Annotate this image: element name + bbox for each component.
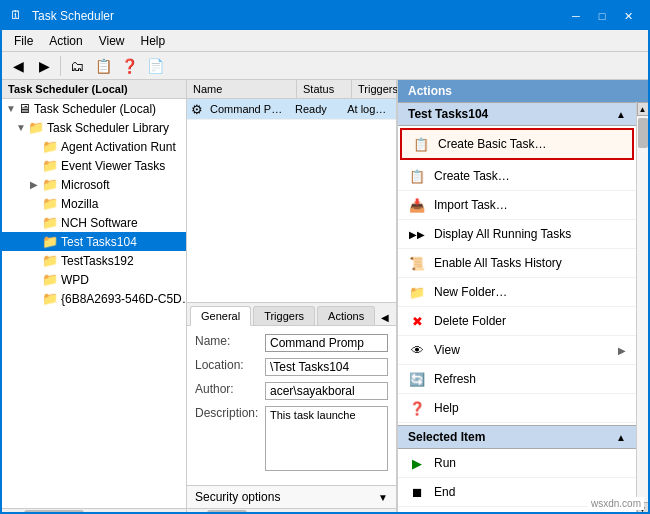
tab-prev[interactable]: ◀ (377, 310, 393, 325)
tree-label-guid: {6B8A2693-546D-C5D… (61, 292, 186, 306)
actions-panel-inner: Test Tasks104 ▲ 📋 Create Basic Task… 📋 C… (398, 102, 648, 514)
toolbar-sep-1 (60, 56, 61, 76)
tree-label-nch: NCH Software (61, 216, 138, 230)
tree-item-microsoft[interactable]: ▶ 📁 Microsoft (2, 175, 186, 194)
section-selected: Selected Item ▲ (398, 425, 636, 449)
tree-item-agent[interactable]: 📁 Agent Activation Runt (2, 137, 186, 156)
action-item-run[interactable]: ▶ Run (398, 449, 636, 478)
action-label-help: Help (434, 401, 459, 415)
main-layout: Task Scheduler (Local) ▼ 🖥 Task Schedule… (2, 80, 648, 514)
detail-content: Name: Location: \Test Tasks104 Author: a… (187, 326, 396, 485)
view-icon: 👁 (408, 341, 426, 359)
title-bar: 🗓 Task Scheduler ─ □ ✕ (2, 2, 648, 30)
action-label-delete: Delete Folder (434, 314, 506, 328)
toolbar-help[interactable]: ❓ (117, 54, 141, 78)
col-header-name[interactable]: Name (187, 80, 297, 98)
action-item-create-task[interactable]: 📋 Create Task… (398, 162, 636, 191)
history-icon: 📜 (408, 254, 426, 272)
toolbar-forward[interactable]: ▶ (32, 54, 56, 78)
action-label-new-folder: New Folder… (434, 285, 507, 299)
tree-label-agent: Agent Activation Runt (61, 140, 176, 154)
action-item-create-basic-task[interactable]: 📋 Create Basic Task… (400, 128, 634, 160)
description-row: Description: This task launche (195, 406, 388, 471)
title-bar-title: Task Scheduler (32, 9, 564, 23)
tree-item-root[interactable]: ▼ 🖥 Task Scheduler (Local) (2, 99, 186, 118)
col-header-status[interactable]: Status (297, 80, 352, 98)
right-scrollbar[interactable]: ▲ ▼ (636, 102, 648, 514)
folder-icon: 📁 (42, 139, 58, 154)
close-button[interactable]: ✕ (616, 6, 640, 26)
run-icon: ▶ (408, 454, 426, 472)
action-item-help[interactable]: ❓ Help (398, 394, 636, 423)
create-basic-icon: 📋 (412, 135, 430, 153)
action-item-delete-folder[interactable]: ✖ Delete Folder (398, 307, 636, 336)
location-value: \Test Tasks104 (265, 358, 388, 376)
scroll-up-btn[interactable]: ▲ (637, 102, 649, 116)
action-item-enable-history[interactable]: 📜 Enable All Tasks History (398, 249, 636, 278)
action-label-end: End (434, 485, 455, 499)
folder-icon: 📁 (42, 158, 58, 173)
toolbar-page[interactable]: 📄 (143, 54, 167, 78)
toolbar-list[interactable]: 📋 (91, 54, 115, 78)
tree-item-nch[interactable]: 📁 NCH Software (2, 213, 186, 232)
action-item-refresh[interactable]: 🔄 Refresh (398, 365, 636, 394)
tree-label-test192: TestTasks192 (61, 254, 134, 268)
row-status: Ready (291, 101, 343, 117)
description-field[interactable]: This task launche (265, 406, 388, 471)
end-icon: ⏹ (408, 483, 426, 501)
folder-icon: 📁 (42, 272, 58, 287)
tree-item-test104[interactable]: 📁 Test Tasks104 (2, 232, 186, 251)
expand-icon: ▼ (6, 103, 16, 114)
action-label-create-basic: Create Basic Task… (438, 137, 547, 151)
name-field[interactable] (265, 334, 388, 352)
tree-item-wpd[interactable]: 📁 WPD (2, 270, 186, 289)
menu-item-view[interactable]: View (91, 30, 133, 52)
actions-header: Actions (398, 80, 648, 102)
action-item-view[interactable]: 👁 View ▶ (398, 336, 636, 365)
tree-item-lib[interactable]: ▼ 📁 Task Scheduler Library (2, 118, 186, 137)
toolbar-back[interactable]: ◀ (6, 54, 30, 78)
name-row: Name: (195, 334, 388, 352)
title-bar-controls: ─ □ ✕ (564, 6, 640, 26)
scroll-track (637, 116, 648, 502)
action-item-import-task[interactable]: 📥 Import Task… (398, 191, 636, 220)
tree-label-microsoft: Microsoft (61, 178, 110, 192)
tree-item-mozilla[interactable]: 📁 Mozilla (2, 194, 186, 213)
center-panel: Name Status Triggers ⚙ Command P… Ready … (187, 80, 397, 514)
left-scrollbar[interactable] (2, 508, 186, 514)
menu-item-file[interactable]: File (6, 30, 41, 52)
expand-icon: ▶ (30, 179, 40, 190)
action-item-new-folder[interactable]: 📁 New Folder… (398, 278, 636, 307)
tree-item-guid[interactable]: 📁 {6B8A2693-546D-C5D… (2, 289, 186, 308)
tree-item-event[interactable]: 📁 Event Viewer Tasks (2, 156, 186, 175)
scroll-thumb-vertical (638, 118, 648, 148)
tab-general[interactable]: General (190, 306, 251, 326)
detail-scroll-thumb (207, 510, 247, 515)
folder-icon: 📁 (28, 120, 44, 135)
action-label-view: View (434, 343, 460, 357)
tree-area[interactable]: ▼ 🖥 Task Scheduler (Local) ▼ 📁 Task Sche… (2, 99, 186, 508)
tab-actions[interactable]: Actions (317, 306, 375, 325)
create-task-icon: 📋 (408, 167, 426, 185)
section-collapse-icon[interactable]: ▲ (616, 109, 626, 120)
folder-icon: 📁 (42, 196, 58, 211)
section-selected-collapse-icon[interactable]: ▲ (616, 432, 626, 443)
tab-triggers[interactable]: Triggers (253, 306, 315, 325)
security-label: Security options (195, 490, 280, 504)
menu-item-help[interactable]: Help (133, 30, 174, 52)
left-scroll-thumb (24, 510, 84, 515)
menu-item-action[interactable]: Action (41, 30, 90, 52)
action-item-display-running[interactable]: ▶▶ Display All Running Tasks (398, 220, 636, 249)
minimize-button[interactable]: ─ (564, 6, 588, 26)
help-icon: ❓ (408, 399, 426, 417)
detail-scrollbar[interactable] (187, 508, 396, 514)
tree-item-test192[interactable]: 📁 TestTasks192 (2, 251, 186, 270)
toolbar-folder[interactable]: 🗂 (65, 54, 89, 78)
toolbar: ◀ ▶ 🗂 📋 ❓ 📄 (2, 52, 648, 80)
maximize-button[interactable]: □ (590, 6, 614, 26)
list-area[interactable]: ⚙ Command P… Ready At log on (187, 99, 396, 302)
author-value: acer\sayakboral (265, 382, 388, 400)
tree-label-root: Task Scheduler (Local) (34, 102, 156, 116)
actions-panel: Actions Test Tasks104 ▲ 📋 Create Basic T… (397, 80, 648, 514)
list-row[interactable]: ⚙ Command P… Ready At log on (187, 99, 396, 120)
